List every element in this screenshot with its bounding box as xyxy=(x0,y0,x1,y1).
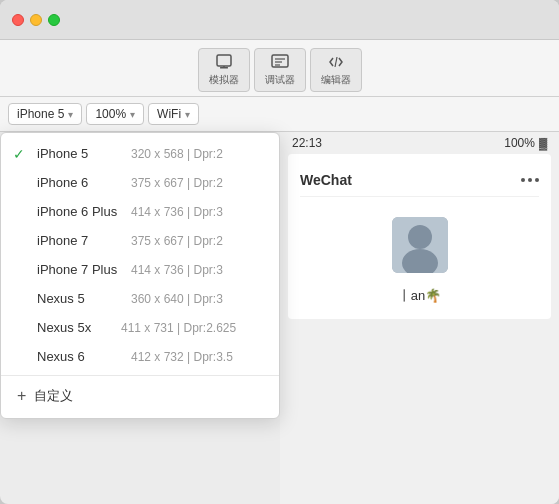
zoom-selector[interactable]: 100% ▾ xyxy=(86,103,144,125)
simulator-button[interactable]: 模拟器 xyxy=(198,48,250,92)
item-spec-iphone6: 375 x 667 | Dpr:2 xyxy=(131,176,223,190)
simulator-icon xyxy=(212,53,236,71)
custom-label: 自定义 xyxy=(34,387,73,405)
checkmark-icon: ✓ xyxy=(13,146,25,162)
battery-percent: 100% xyxy=(504,136,535,150)
username-row: 丨an🌴 xyxy=(300,283,539,309)
debugger-icon xyxy=(268,53,292,71)
wechat-title: WeChat xyxy=(300,172,352,188)
minimize-button[interactable] xyxy=(30,14,42,26)
item-name-iphone7plus: iPhone 7 Plus xyxy=(37,262,127,277)
battery-icon: ▓ xyxy=(539,137,547,149)
dot3 xyxy=(535,178,539,182)
device-chevron-icon: ▾ xyxy=(68,109,73,120)
editor-button[interactable]: 编辑器 xyxy=(310,48,362,92)
item-spec-nexus5: 360 x 640 | Dpr:3 xyxy=(131,292,223,306)
item-name-nexus5: Nexus 5 xyxy=(37,291,127,306)
item-spec-iphone6plus: 414 x 736 | Dpr:3 xyxy=(131,205,223,219)
network-chevron-icon: ▾ xyxy=(185,109,190,120)
dot2 xyxy=(528,178,532,182)
network-selector-value: WiFi xyxy=(157,107,181,121)
wechat-header-row: WeChat xyxy=(300,164,539,197)
dropdown-item-iphone7plus[interactable]: iPhone 7 Plus 414 x 736 | Dpr:3 xyxy=(1,255,279,284)
editor-icon xyxy=(324,53,348,71)
main-content: ✓ iPhone 5 320 x 568 | Dpr:2 iPhone 6 37… xyxy=(0,132,559,504)
item-name-nexus5x: Nexus 5x xyxy=(37,320,117,335)
dropdown-item-nexus5[interactable]: Nexus 5 360 x 640 | Dpr:3 xyxy=(1,284,279,313)
item-name-iphone5: iPhone 5 xyxy=(37,146,127,161)
simulator-label: 模拟器 xyxy=(209,73,239,87)
item-name-iphone6: iPhone 6 xyxy=(37,175,127,190)
toolbar: 模拟器 调试器 编辑器 xyxy=(0,40,559,97)
phone-preview: 22:13 100% ▓ WeChat xyxy=(280,132,559,504)
plus-icon: + xyxy=(17,388,26,404)
svg-rect-1 xyxy=(220,67,228,69)
network-selector[interactable]: WiFi ▾ xyxy=(148,103,199,125)
item-spec-iphone5: 320 x 568 | Dpr:2 xyxy=(131,147,223,161)
dropdown-item-iphone6[interactable]: iPhone 6 375 x 667 | Dpr:2 xyxy=(1,168,279,197)
item-spec-iphone7plus: 414 x 736 | Dpr:3 xyxy=(131,263,223,277)
dropdown-item-iphone7[interactable]: iPhone 7 375 x 667 | Dpr:2 xyxy=(1,226,279,255)
phone-app-content: WeChat xyxy=(288,154,551,319)
status-right: 100% ▓ xyxy=(504,136,547,150)
dropdown-item-iphone6plus[interactable]: iPhone 6 Plus 414 x 736 | Dpr:3 xyxy=(1,197,279,226)
debugger-button[interactable]: 调试器 xyxy=(254,48,306,92)
svg-rect-0 xyxy=(217,55,231,66)
item-spec-nexus5x: 411 x 731 | Dpr:2.625 xyxy=(121,321,236,335)
item-spec-iphone7: 375 x 667 | Dpr:2 xyxy=(131,234,223,248)
titlebar xyxy=(0,0,559,40)
dropdown-item-iphone5[interactable]: ✓ iPhone 5 320 x 568 | Dpr:2 xyxy=(1,139,279,168)
editor-label: 编辑器 xyxy=(321,73,351,87)
app-window: 模拟器 调试器 编辑器 xyxy=(0,0,559,504)
dropdown-item-nexus5x[interactable]: Nexus 5x 411 x 731 | Dpr:2.625 xyxy=(1,313,279,342)
device-selector-value: iPhone 5 xyxy=(17,107,64,121)
dropdown-custom-item[interactable]: + 自定义 xyxy=(1,380,279,412)
avatar xyxy=(392,217,448,273)
dot1 xyxy=(521,178,525,182)
close-button[interactable] xyxy=(12,14,24,26)
item-name-iphone7: iPhone 7 xyxy=(37,233,127,248)
dropdown-item-nexus6[interactable]: Nexus 6 412 x 732 | Dpr:3.5 xyxy=(1,342,279,371)
zoom-chevron-icon: ▾ xyxy=(130,109,135,120)
svg-line-7 xyxy=(335,57,337,67)
zoom-selector-value: 100% xyxy=(95,107,126,121)
profile-section xyxy=(300,197,539,283)
selectors-bar: iPhone 5 ▾ 100% ▾ WiFi ▾ xyxy=(0,97,559,132)
item-spec-nexus6: 412 x 732 | Dpr:3.5 xyxy=(131,350,233,364)
item-name-iphone6plus: iPhone 6 Plus xyxy=(37,204,127,219)
device-dropdown: ✓ iPhone 5 320 x 568 | Dpr:2 iPhone 6 37… xyxy=(0,132,280,419)
more-options-icon[interactable] xyxy=(521,178,539,182)
dropdown-divider xyxy=(1,375,279,376)
svg-point-9 xyxy=(408,225,432,249)
traffic-lights xyxy=(12,14,60,26)
item-name-nexus6: Nexus 6 xyxy=(37,349,127,364)
username-label: 丨an🌴 xyxy=(398,287,441,305)
phone-statusbar: 22:13 100% ▓ xyxy=(280,132,559,154)
device-selector[interactable]: iPhone 5 ▾ xyxy=(8,103,82,125)
debugger-label: 调试器 xyxy=(265,73,295,87)
maximize-button[interactable] xyxy=(48,14,60,26)
status-time: 22:13 xyxy=(292,136,322,150)
